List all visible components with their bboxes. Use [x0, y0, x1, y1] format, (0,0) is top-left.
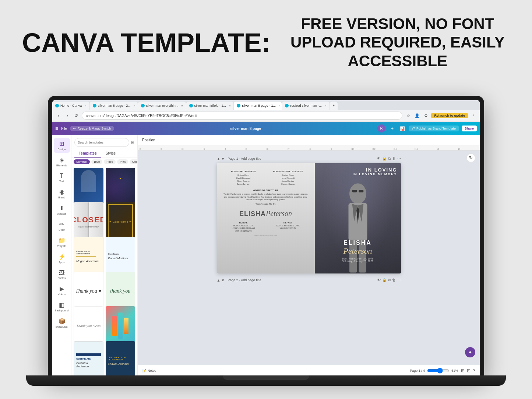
canvas-refresh-button[interactable]: ↻ [466, 153, 475, 162]
back-button[interactable]: ‹ [55, 112, 62, 119]
sidebar-item-bundles[interactable]: 📦 BUNDLES [54, 315, 70, 330]
fit-icon[interactable]: ⊡ [467, 368, 471, 373]
template-thumb-certnavy[interactable]: CERTIFICATE OF RECOGNITION Shawn Donham [106, 341, 135, 376]
template-thumb-colorful[interactable] [106, 306, 135, 346]
sidebar-item-photos[interactable]: 🖼 Photos [54, 267, 70, 282]
analytics-icon[interactable]: 📊 [399, 125, 406, 132]
hamburger-icon[interactable]: ≡ [55, 126, 58, 131]
page2-eye-icon[interactable]: 👁 [377, 278, 381, 282]
sidebar-item-projects[interactable]: 📁 Projects [54, 235, 70, 250]
thankyou3-text: Thank you clean [74, 307, 103, 345]
eye-icon[interactable]: 👁 [377, 156, 381, 161]
reload-button[interactable]: ↺ [73, 112, 80, 119]
chip-coll[interactable]: Coll... [130, 159, 137, 164]
burial-repast: BURIAL HOUSTON CEMETERY12234 S. BURBURRE… [223, 222, 309, 233]
page2-more-icon[interactable]: ⋯ [397, 278, 401, 282]
url-bar[interactable]: canva.com/design/DAGAvkA4WCl/EeYB9eTBGC5… [82, 112, 402, 120]
page-down-arrow[interactable]: ▼ [221, 157, 225, 161]
template-thumb-thankyou3[interactable]: Thank you clean [74, 306, 103, 346]
tab-favicon [237, 104, 240, 107]
filter-icon[interactable]: ⊟ [131, 140, 134, 145]
template-thumb-blue-arch[interactable] [74, 168, 103, 207]
plus-button[interactable]: + [388, 125, 396, 132]
template-thumb-cert1[interactable]: Certificate of Achievement Megan Anderso… [74, 237, 103, 276]
chip-pink[interactable]: Pink [117, 159, 128, 164]
page2-trash-icon[interactable]: 🗑 [392, 278, 396, 282]
sidebar-item-design[interactable]: ⊞ Design [54, 138, 70, 153]
tab-new[interactable]: + [330, 102, 338, 110]
tab-silverman1[interactable]: silverman 8 page - 2... × [90, 102, 138, 110]
help-icon[interactable]: ? [473, 368, 475, 373]
trash-icon[interactable]: 🗑 [392, 156, 396, 161]
browser-bar: ‹ › ↺ canva.com/design/DAGAvkA4WCl/EeYB9… [52, 110, 480, 121]
relaunch-button[interactable]: Relaunch to update [431, 113, 468, 118]
notes-icon: 📝 [142, 369, 146, 372]
more-icon[interactable]: ⋯ [397, 156, 401, 161]
tab-close-icon[interactable]: × [279, 104, 281, 107]
template-thumb-thankyou2[interactable]: thank you [106, 272, 135, 311]
template-thumb-cert2[interactable]: Certificate Daniel Martinez [106, 237, 135, 276]
ruler-mark: 12 [372, 148, 394, 150]
tab-close-icon[interactable]: × [85, 104, 87, 107]
tab-resized[interactable]: resized silver man -... × [282, 102, 329, 110]
tab-active[interactable]: silver man 8 page - 1... × [234, 102, 282, 110]
tab-home[interactable]: Home - Canva × [52, 102, 89, 110]
magic-add-button[interactable]: ✦ [465, 347, 475, 357]
sidebar-item-brand[interactable]: ◉ Brand [54, 186, 70, 201]
tab-close-icon[interactable]: × [325, 104, 327, 107]
share-button[interactable]: Share [462, 126, 477, 131]
grid-icon[interactable]: ⊞ [461, 368, 465, 373]
sidebar-item-background[interactable]: ◧ Background [54, 299, 70, 314]
sidebar-item-uploads[interactable]: ⬆ Uploads [54, 202, 70, 217]
ruler-marks: 0 1 2 3 4 5 6 7 8 9 10 1 [138, 145, 480, 150]
menu-dots-icon[interactable]: ⋮ [469, 112, 477, 119]
sidebar-item-apps[interactable]: ⚡ Apps [54, 251, 70, 266]
tab-styles[interactable]: Styles [101, 150, 120, 158]
name-script-left: ELISHAPeterson [223, 209, 309, 218]
canvas-scroll[interactable]: ▲ ▼ Page 1 - Add page title 👁 🔒 ⧉ 🗑 [138, 151, 480, 365]
tab-close-icon[interactable]: × [134, 104, 135, 107]
tab-trifold[interactable]: silver man trifold - 1... × [186, 102, 234, 110]
user-avatar[interactable]: K [377, 124, 385, 133]
page2-down-arrow[interactable]: ▼ [221, 278, 225, 282]
bookmark-icon[interactable]: ☆ [405, 112, 412, 119]
design-page1[interactable]: ACTIVE PALLBEARERS Rodney DixonHarold Fi… [217, 163, 401, 273]
lock-icon[interactable]: 🔒 [382, 156, 387, 161]
page2-copy-icon[interactable]: ⧉ [388, 278, 391, 282]
extension-icon[interactable]: ⚙ [422, 112, 430, 119]
chip-blue[interactable]: Blue [91, 159, 102, 164]
page-up-arrow[interactable]: ▲ [217, 157, 221, 161]
tab-label: silverman 8 page - 2... [98, 104, 131, 107]
notes-button[interactable]: 📝 Notes [142, 369, 156, 372]
uploads-icon: ⬆ [59, 205, 64, 212]
publish-button[interactable]: 🏷 Publish as Brand Template [409, 126, 459, 131]
template-thumb-certblue[interactable]: CERTIFICATE Christina Anderson [74, 341, 103, 376]
search-input[interactable] [74, 138, 129, 147]
certblue-title: CERTIFICATE [76, 358, 101, 360]
tab-templates[interactable]: Templates [74, 150, 101, 158]
profile-icon[interactable]: 👤 [413, 112, 421, 119]
tab-close-icon[interactable]: × [229, 104, 231, 107]
template-thumb-dark-floral[interactable]: ✦ [106, 168, 135, 207]
ruler-mark: 17 [457, 148, 478, 150]
ruler: 0 1 2 3 4 5 6 7 8 9 10 1 [138, 145, 480, 151]
page2-up-arrow[interactable]: ▲ [217, 278, 221, 282]
template-thumb-closed[interactable]: CLOSED A gate and tomorrow [74, 202, 103, 241]
file-menu[interactable]: File [61, 127, 67, 131]
tab-silver-everything[interactable]: silver man everythin... × [138, 102, 186, 110]
sidebar-item-videos[interactable]: ▶ Videos [54, 283, 70, 298]
notes-label: Notes [148, 369, 156, 372]
sidebar-item-draw[interactable]: ✏ Draw [54, 219, 70, 233]
chip-summer[interactable]: Summer [74, 159, 90, 164]
sidebar-item-elements[interactable]: ◈ Elements [54, 154, 70, 169]
sidebar-item-text[interactable]: T Text [54, 170, 70, 185]
template-thumb-thankyou1[interactable]: Thank you ♥ [74, 272, 103, 311]
chip-food[interactable]: Food [104, 159, 116, 164]
page2-lock-icon[interactable]: 🔒 [382, 278, 387, 282]
tab-close-icon[interactable]: × [181, 104, 183, 107]
copy-icon[interactable]: ⧉ [388, 156, 391, 161]
template-thumb-gold-frame[interactable]: ✦ Gold Frame ✦ [106, 202, 135, 241]
resize-magic-button[interactable]: ⇔ Resize & Magic Switch [70, 126, 114, 131]
forward-button[interactable]: › [64, 112, 71, 119]
zoom-slider[interactable] [427, 368, 449, 374]
